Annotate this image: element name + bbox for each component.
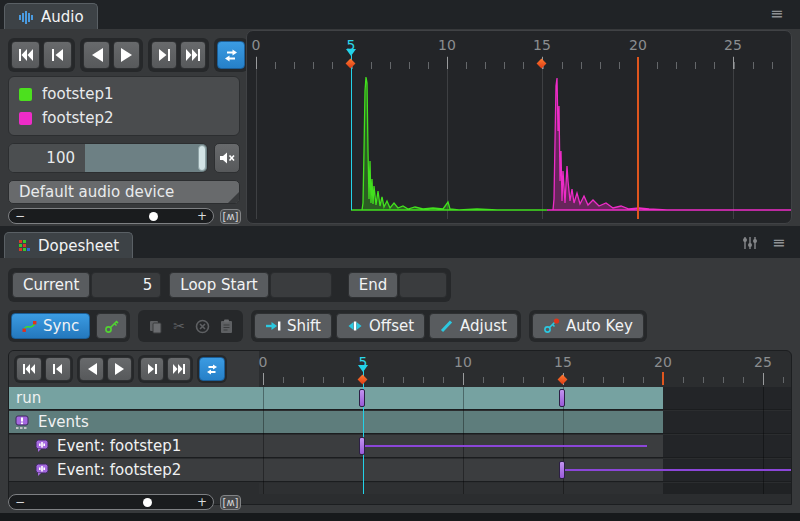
waveform-footstep1 — [351, 77, 547, 210]
audio-zoom-handle[interactable] — [149, 212, 158, 221]
delete-icon[interactable] — [195, 319, 210, 334]
copy-icon[interactable] — [148, 319, 163, 334]
audio-tabstrip: Audio ≡ — [0, 0, 800, 29]
sync-icon — [22, 320, 37, 333]
skip-to-end-button[interactable] — [180, 41, 206, 69]
audio-zoom-track[interactable] — [31, 209, 191, 223]
shift-button[interactable]: Shift — [254, 313, 332, 339]
list-item[interactable]: footstep1 — [9, 82, 239, 106]
zoom-out-button[interactable]: − — [9, 209, 31, 223]
ruler-tick-label: 25 — [754, 354, 772, 370]
audio-file-name: footstep2 — [42, 109, 114, 127]
play-backward-button[interactable] — [83, 41, 110, 69]
skip-to-start-button[interactable] — [16, 357, 42, 381]
gridline — [463, 387, 464, 494]
cut-icon[interactable]: ✂ — [173, 318, 185, 334]
next-key-button[interactable] — [151, 41, 177, 69]
offset-icon — [347, 319, 363, 333]
dopesheet-timeline[interactable]: 0 5 10 15 20 25 run Events — [8, 350, 792, 505]
track-label: run — [9, 389, 41, 407]
offset-button[interactable]: Offset — [336, 313, 425, 339]
loop-toggle-button[interactable] — [217, 41, 245, 69]
key-button[interactable] — [96, 313, 127, 339]
animation-end-marker — [662, 372, 664, 385]
event-icon — [35, 463, 49, 477]
dopesheet-fit-button[interactable]: [ʍ] — [220, 495, 241, 510]
volume-control: 100 — [8, 143, 208, 173]
skip-to-end-button[interactable] — [167, 357, 191, 381]
track-label: Event: footstep1 — [49, 437, 181, 455]
ruler-minor-ticks — [259, 377, 792, 383]
audio-file-name: footstep1 — [42, 85, 114, 103]
tab-dopesheet[interactable]: Dopesheet — [4, 232, 133, 258]
waveform-footstep2 — [547, 78, 792, 210]
key-icon — [104, 319, 119, 334]
end-field[interactable] — [399, 272, 447, 298]
tab-audio[interactable]: Audio — [4, 3, 98, 29]
playhead-line[interactable] — [351, 55, 352, 210]
adjust-label: Adjust — [460, 317, 507, 335]
auto-key-button[interactable]: Auto Key — [532, 313, 644, 339]
previous-key-button[interactable] — [45, 357, 71, 381]
list-item[interactable]: footstep2 — [9, 106, 239, 130]
adjust-button[interactable]: Adjust — [429, 313, 518, 339]
audio-menu-icon[interactable]: ≡ — [770, 6, 783, 22]
gridline — [263, 387, 264, 494]
dopesheet-zoom-handle[interactable] — [143, 498, 152, 507]
dopesheet-zoom-track[interactable] — [31, 495, 191, 509]
audio-timeline[interactable]: 0 5 10 15 20 25 — [246, 30, 792, 224]
event-duration-footstep2 — [563, 469, 792, 471]
keyframe-bar-footstep1[interactable] — [359, 437, 365, 455]
dopesheet-menu-icon[interactable]: ≡ — [772, 235, 785, 251]
loop-toggle-button[interactable] — [199, 357, 225, 381]
next-key-button[interactable] — [140, 357, 164, 381]
frame-fields: Current 5 Loop Start End — [8, 268, 451, 302]
ruler-tick-label: 15 — [554, 354, 572, 370]
volume-slider[interactable] — [85, 144, 207, 172]
audio-fit-button[interactable]: [ʍ] — [220, 209, 241, 224]
volume-slider-handle[interactable] — [198, 145, 206, 171]
play-forward-button[interactable] — [107, 357, 132, 381]
loop-start-field[interactable] — [270, 272, 332, 298]
current-label: Current — [12, 272, 90, 298]
dopesheet-icon — [18, 239, 31, 252]
dopesheet-tabstrip: Dopesheet ≡ — [0, 226, 800, 258]
track-row-events[interactable]: Events — [9, 411, 792, 434]
gridline — [763, 387, 764, 494]
playhead-marker-icon[interactable] — [346, 49, 356, 56]
zoom-out-button[interactable]: − — [9, 495, 31, 509]
paste-icon[interactable] — [220, 319, 233, 334]
keyframe-bar-run[interactable] — [559, 389, 565, 407]
audio-color-swatch — [19, 112, 32, 125]
audio-panel: footstep1 footstep2 100 Default audio de… — [0, 29, 800, 226]
playhead-marker-icon[interactable] — [358, 365, 368, 372]
audio-device-select[interactable]: Default audio device — [8, 180, 240, 204]
events-group-icon — [15, 415, 30, 430]
tab-dopesheet-label: Dopesheet — [38, 237, 119, 255]
track-row-run[interactable]: run — [9, 387, 792, 410]
dopesheet-playback-controls — [14, 355, 227, 383]
keyframe-bar-footstep2[interactable] — [559, 461, 565, 479]
offset-label: Offset — [369, 317, 414, 335]
end-label: End — [348, 272, 399, 298]
loop-start-label: Loop Start — [169, 272, 268, 298]
ruler-tick-label: 0 — [259, 354, 268, 370]
status-strip — [0, 513, 800, 521]
track-label: Events — [30, 413, 89, 431]
dopesheet-zoom-bar: − + — [8, 494, 214, 510]
mute-button[interactable] — [214, 143, 240, 173]
play-backward-button[interactable] — [79, 357, 104, 381]
sync-button[interactable]: Sync — [11, 313, 90, 339]
keyframe-bar-run[interactable] — [359, 389, 365, 407]
play-forward-button[interactable] — [113, 41, 140, 69]
animation-end-marker — [637, 57, 639, 219]
filter-icon[interactable] — [742, 236, 758, 250]
skip-to-start-button[interactable] — [11, 41, 40, 69]
waveform-display — [247, 31, 792, 224]
zoom-in-button[interactable]: + — [191, 495, 213, 509]
previous-key-button[interactable] — [43, 41, 72, 69]
track-row-empty — [9, 483, 792, 494]
current-frame-field[interactable]: 5 — [91, 272, 161, 298]
volume-value[interactable]: 100 — [9, 144, 85, 172]
zoom-in-button[interactable]: + — [191, 209, 213, 223]
